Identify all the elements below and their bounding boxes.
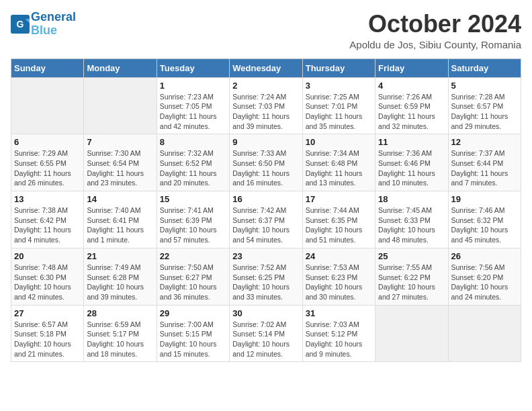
day-number: 30 — [232, 308, 299, 318]
day-number: 13 — [14, 194, 81, 204]
calendar-cell: 17Sunrise: 7:44 AM Sunset: 6:35 PM Dayli… — [302, 191, 375, 248]
title-block: October 2024 Apoldu de Jos, Sibiu County… — [349, 11, 521, 50]
column-header-thursday: Thursday — [302, 58, 375, 77]
day-number: 12 — [451, 137, 518, 147]
column-header-tuesday: Tuesday — [157, 58, 229, 77]
day-number: 25 — [378, 251, 445, 261]
day-number: 22 — [160, 251, 226, 261]
location: Apoldu de Jos, Sibiu County, Romania — [349, 39, 521, 50]
calendar-cell: 2Sunrise: 7:24 AM Sunset: 7:03 PM Daylig… — [230, 77, 302, 134]
day-number: 28 — [87, 308, 153, 318]
day-number: 16 — [232, 194, 299, 204]
logo-line1: General — [31, 10, 76, 24]
day-number: 23 — [232, 251, 299, 261]
column-header-wednesday: Wednesday — [230, 58, 302, 77]
day-number: 6 — [14, 137, 81, 147]
day-number: 26 — [451, 251, 518, 261]
day-number: 15 — [160, 194, 226, 204]
calendar-cell: 8Sunrise: 7:32 AM Sunset: 6:52 PM Daylig… — [157, 134, 229, 191]
day-info: Sunrise: 7:33 AM Sunset: 6:50 PM Dayligh… — [232, 148, 299, 188]
calendar-cell: 28Sunrise: 6:59 AM Sunset: 5:17 PM Dayli… — [84, 305, 157, 362]
calendar-table: SundayMondayTuesdayWednesdayThursdayFrid… — [11, 58, 521, 363]
svg-text:G: G — [17, 18, 24, 29]
calendar-week-3: 13Sunrise: 7:38 AM Sunset: 6:42 PM Dayli… — [11, 191, 521, 248]
calendar-cell: 6Sunrise: 7:29 AM Sunset: 6:55 PM Daylig… — [11, 134, 84, 191]
calendar-cell: 16Sunrise: 7:42 AM Sunset: 6:37 PM Dayli… — [230, 191, 302, 248]
calendar-cell: 5Sunrise: 7:28 AM Sunset: 6:57 PM Daylig… — [448, 77, 521, 134]
calendar-cell: 9Sunrise: 7:33 AM Sunset: 6:50 PM Daylig… — [230, 134, 302, 191]
calendar-cell — [448, 305, 521, 362]
calendar-cell: 24Sunrise: 7:53 AM Sunset: 6:23 PM Dayli… — [302, 248, 375, 305]
calendar-cell: 25Sunrise: 7:55 AM Sunset: 6:22 PM Dayli… — [375, 248, 448, 305]
column-header-monday: Monday — [84, 58, 157, 77]
day-info: Sunrise: 7:00 AM Sunset: 5:15 PM Dayligh… — [160, 320, 226, 359]
column-header-sunday: Sunday — [11, 58, 84, 77]
calendar-cell: 30Sunrise: 7:02 AM Sunset: 5:14 PM Dayli… — [230, 305, 302, 362]
calendar-cell: 23Sunrise: 7:52 AM Sunset: 6:25 PM Dayli… — [230, 248, 302, 305]
day-number: 7 — [87, 137, 153, 147]
day-number: 18 — [378, 194, 445, 204]
calendar-week-1: 1Sunrise: 7:23 AM Sunset: 7:05 PM Daylig… — [11, 77, 521, 134]
day-info: Sunrise: 7:42 AM Sunset: 6:37 PM Dayligh… — [232, 205, 299, 245]
day-info: Sunrise: 7:36 AM Sunset: 6:46 PM Dayligh… — [378, 148, 445, 188]
day-number: 19 — [451, 194, 518, 204]
calendar-cell: 27Sunrise: 6:57 AM Sunset: 5:18 PM Dayli… — [11, 305, 84, 362]
calendar-cell: 15Sunrise: 7:41 AM Sunset: 6:39 PM Dayli… — [157, 191, 229, 248]
calendar-cell: 19Sunrise: 7:46 AM Sunset: 6:32 PM Dayli… — [448, 191, 521, 248]
day-number: 21 — [87, 251, 153, 261]
day-info: Sunrise: 7:38 AM Sunset: 6:42 PM Dayligh… — [14, 205, 81, 245]
day-info: Sunrise: 7:24 AM Sunset: 7:03 PM Dayligh… — [232, 92, 299, 132]
day-info: Sunrise: 6:59 AM Sunset: 5:17 PM Dayligh… — [87, 320, 153, 359]
day-info: Sunrise: 7:30 AM Sunset: 6:54 PM Dayligh… — [87, 148, 153, 188]
day-info: Sunrise: 7:41 AM Sunset: 6:39 PM Dayligh… — [160, 205, 226, 245]
day-number: 4 — [378, 81, 445, 91]
day-number: 24 — [306, 251, 372, 261]
calendar-cell: 29Sunrise: 7:00 AM Sunset: 5:15 PM Dayli… — [157, 305, 229, 362]
day-info: Sunrise: 7:49 AM Sunset: 6:28 PM Dayligh… — [87, 263, 153, 302]
day-number: 2 — [232, 81, 299, 91]
day-number: 3 — [306, 81, 372, 91]
day-number: 11 — [378, 137, 445, 147]
day-info: Sunrise: 7:37 AM Sunset: 6:44 PM Dayligh… — [451, 148, 518, 188]
day-info: Sunrise: 7:44 AM Sunset: 6:35 PM Dayligh… — [306, 205, 372, 245]
day-info: Sunrise: 7:56 AM Sunset: 6:20 PM Dayligh… — [451, 263, 518, 302]
calendar-cell: 13Sunrise: 7:38 AM Sunset: 6:42 PM Dayli… — [11, 191, 84, 248]
day-number: 14 — [87, 194, 153, 204]
day-info: Sunrise: 7:29 AM Sunset: 6:55 PM Dayligh… — [14, 148, 81, 188]
calendar-week-5: 27Sunrise: 6:57 AM Sunset: 5:18 PM Dayli… — [11, 305, 521, 362]
calendar-cell: 26Sunrise: 7:56 AM Sunset: 6:20 PM Dayli… — [448, 248, 521, 305]
day-info: Sunrise: 7:25 AM Sunset: 7:01 PM Dayligh… — [306, 92, 372, 132]
calendar-cell: 11Sunrise: 7:36 AM Sunset: 6:46 PM Dayli… — [375, 134, 448, 191]
day-info: Sunrise: 7:45 AM Sunset: 6:33 PM Dayligh… — [378, 205, 445, 245]
calendar-cell: 22Sunrise: 7:50 AM Sunset: 6:27 PM Dayli… — [157, 248, 229, 305]
day-info: Sunrise: 7:26 AM Sunset: 6:59 PM Dayligh… — [378, 92, 445, 132]
day-info: Sunrise: 6:57 AM Sunset: 5:18 PM Dayligh… — [14, 320, 81, 359]
calendar-cell: 3Sunrise: 7:25 AM Sunset: 7:01 PM Daylig… — [302, 77, 375, 134]
day-number: 17 — [306, 194, 372, 204]
calendar-cell: 12Sunrise: 7:37 AM Sunset: 6:44 PM Dayli… — [448, 134, 521, 191]
logo-text: General Blue — [31, 11, 76, 38]
calendar-cell — [375, 305, 448, 362]
calendar-week-2: 6Sunrise: 7:29 AM Sunset: 6:55 PM Daylig… — [11, 134, 521, 191]
day-number: 31 — [306, 308, 372, 318]
calendar-cell: 14Sunrise: 7:40 AM Sunset: 6:41 PM Dayli… — [84, 191, 157, 248]
day-info: Sunrise: 7:03 AM Sunset: 5:12 PM Dayligh… — [306, 320, 372, 359]
day-info: Sunrise: 7:48 AM Sunset: 6:30 PM Dayligh… — [14, 263, 81, 302]
day-number: 29 — [160, 308, 226, 318]
calendar-cell — [84, 77, 157, 134]
calendar-cell: 7Sunrise: 7:30 AM Sunset: 6:54 PM Daylig… — [84, 134, 157, 191]
day-number: 20 — [14, 251, 81, 261]
logo: G General Blue — [11, 11, 76, 38]
day-number: 5 — [451, 81, 518, 91]
day-info: Sunrise: 7:55 AM Sunset: 6:22 PM Dayligh… — [378, 263, 445, 302]
day-number: 10 — [306, 137, 372, 147]
page-header: G General Blue October 2024 Apoldu de Jo… — [11, 11, 521, 50]
calendar-cell: 21Sunrise: 7:49 AM Sunset: 6:28 PM Dayli… — [84, 248, 157, 305]
column-header-friday: Friday — [375, 58, 448, 77]
day-number: 8 — [160, 137, 226, 147]
day-info: Sunrise: 7:52 AM Sunset: 6:25 PM Dayligh… — [232, 263, 299, 302]
day-info: Sunrise: 7:46 AM Sunset: 6:32 PM Dayligh… — [451, 205, 518, 245]
column-header-saturday: Saturday — [448, 58, 521, 77]
calendar-cell: 1Sunrise: 7:23 AM Sunset: 7:05 PM Daylig… — [157, 77, 229, 134]
calendar-cell: 10Sunrise: 7:34 AM Sunset: 6:48 PM Dayli… — [302, 134, 375, 191]
